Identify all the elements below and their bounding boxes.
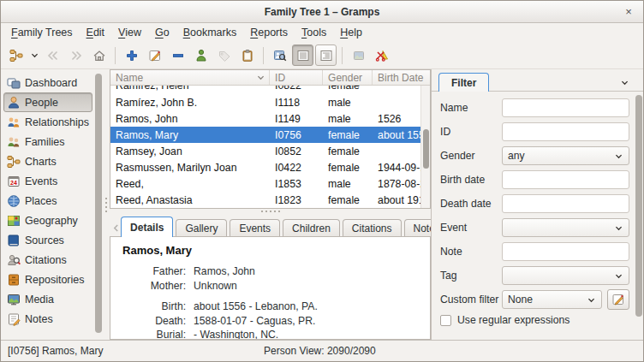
dashboard-icon <box>7 76 21 90</box>
sidebar-item-repositories[interactable]: Repositories <box>3 270 92 289</box>
remove-button[interactable] <box>167 45 188 66</box>
toolbar <box>1 42 643 69</box>
add-button[interactable] <box>121 45 142 66</box>
tabs-scroll-left[interactable] <box>111 219 121 236</box>
sidebar-item-places[interactable]: Places <box>3 191 92 211</box>
tab-children[interactable]: Children <box>283 219 340 236</box>
sidebar-scrollbar[interactable] <box>95 71 102 338</box>
detail-row-mother: Mother: Unknown <box>122 279 423 294</box>
menu-bookmarks[interactable]: Bookmarks <box>176 25 244 40</box>
table-scrollbar[interactable] <box>420 86 430 208</box>
clipboard-button[interactable] <box>236 45 258 66</box>
table-row[interactable]: Reed, I1853 male 1878-08-25 <box>110 175 420 192</box>
sidebar-item-relationships[interactable]: Relationships <box>3 112 92 132</box>
chevron-down-icon <box>614 223 623 233</box>
titlebar[interactable]: Family Tree 1 – Gramps × <box>1 1 643 23</box>
filter-sidebar: Filter Name ID Gender any <box>431 69 643 340</box>
tab-gallery[interactable]: Gallery <box>176 219 227 236</box>
filter-tabrow: Filter <box>432 69 643 91</box>
forward-button[interactable] <box>65 45 86 66</box>
filter-row-death-date: Death date <box>440 194 629 213</box>
sidebar-item-dashboard[interactable]: Dashboard <box>3 73 92 92</box>
table-row[interactable]: Reed, Anastasia I1823 female about 1914 <box>110 192 420 208</box>
table-row-selected[interactable]: Ramos, Mary I0756 female about 1556 <box>110 127 420 143</box>
list-view-toggle[interactable] <box>292 45 313 66</box>
filter-tab[interactable]: Filter <box>438 73 489 92</box>
filter-scrollbar-thumb[interactable] <box>635 95 642 317</box>
menu-tools[interactable]: Tools <box>295 25 333 40</box>
chevron-down-icon <box>614 271 623 281</box>
filter-collapse-button[interactable] <box>620 78 629 87</box>
details-tabs: Details Gallery Events Children Citation… <box>110 214 431 236</box>
family-tree-button[interactable] <box>5 45 27 66</box>
table-row[interactable]: Ramos, John I1149 male 1526 <box>110 110 420 127</box>
merge-button[interactable] <box>190 45 212 66</box>
menu-view[interactable]: View <box>111 25 148 40</box>
sidebar-scrollbar-thumb[interactable] <box>95 74 102 333</box>
menu-edit[interactable]: Edit <box>80 25 112 40</box>
column-header-name[interactable]: Name <box>110 70 270 85</box>
regex-checkbox[interactable] <box>440 315 451 326</box>
gender-filter-select[interactable]: any <box>502 146 629 165</box>
gramps-window: Family Tree 1 – Gramps × Family Trees Ed… <box>0 0 644 362</box>
media-button[interactable] <box>348 45 369 66</box>
tree-view-toggle[interactable] <box>315 45 337 66</box>
sidebar-item-citations[interactable]: Citations <box>3 250 92 270</box>
sort-chevron-icon <box>256 73 265 82</box>
id-filter-input[interactable] <box>502 122 629 141</box>
details-panel: Ramos, Mary Father: Ramos, John Mother: … <box>110 236 431 340</box>
table-row[interactable]: Ramsey, Joan I0852 female <box>110 143 420 159</box>
table-row-clipped[interactable]: Ramírez, Helen I0822 female <box>110 86 420 94</box>
death-date-filter-input[interactable] <box>502 194 629 213</box>
family-tree-dropdown[interactable] <box>28 45 40 66</box>
svg-text:24: 24 <box>10 179 17 185</box>
sidebar-item-notes[interactable]: Notes <box>3 309 92 329</box>
menu-help[interactable]: Help <box>333 25 369 40</box>
custom-filter-edit-button[interactable] <box>607 289 629 310</box>
menu-family-trees[interactable]: Family Trees <box>4 25 80 40</box>
menu-go[interactable]: Go <box>148 25 176 40</box>
view-count-status: Person View: 2090/2090 <box>264 345 376 357</box>
column-header-gender[interactable]: Gender <box>323 70 373 85</box>
sidebar-item-events[interactable]: 24 Events <box>3 171 92 191</box>
tag-button[interactable] <box>213 45 235 66</box>
column-header-id[interactable]: ID <box>270 70 323 85</box>
back-button[interactable] <box>42 45 63 66</box>
person-search-button[interactable] <box>269 45 290 66</box>
sidebar-item-geography[interactable]: Geography <box>3 211 92 230</box>
sidebar-splitter[interactable] <box>103 69 110 340</box>
detail-row-burial: Burial: - Washington, NC. <box>122 328 423 340</box>
name-filter-input[interactable] <box>502 98 629 117</box>
people-view: Name ID Gender Birth Date Ramírez, Helen… <box>110 69 431 340</box>
custom-filter-select[interactable]: None <box>502 290 602 309</box>
close-button[interactable]: × <box>622 4 635 18</box>
sidebar-item-charts[interactable]: Charts <box>3 151 92 171</box>
note-filter-input[interactable] <box>502 242 629 261</box>
edit-button[interactable] <box>144 45 165 66</box>
person-icon <box>7 96 21 110</box>
birth-date-filter-input[interactable] <box>502 170 629 189</box>
scissors-button[interactable] <box>371 45 392 66</box>
tab-events[interactable]: Events <box>230 219 280 236</box>
notepad-icon <box>7 312 21 326</box>
sidebar-item-sources[interactable]: Sources <box>3 230 92 250</box>
sidebar-item-people[interactable]: People <box>3 92 92 112</box>
book-icon <box>7 234 21 247</box>
table-row[interactable]: Rasmussen, Marilyn Joan I0422 female 194… <box>110 159 420 175</box>
table-scrollbar-thumb[interactable] <box>423 129 429 169</box>
home-button[interactable] <box>88 45 110 66</box>
sidebar-item-families[interactable]: Families <box>3 132 92 151</box>
sidebar-item-media[interactable]: Media <box>3 289 92 309</box>
chevron-down-icon <box>620 78 629 87</box>
toolbar-separator <box>342 47 343 64</box>
column-header-birth-date[interactable]: Birth Date <box>373 70 430 85</box>
edit-pencil-icon <box>148 49 162 62</box>
filter-scrollbar[interactable] <box>635 95 642 336</box>
tab-details[interactable]: Details <box>121 217 173 237</box>
table-row[interactable]: Ramírez, John B. I1118 male <box>110 94 420 110</box>
tag-filter-select[interactable] <box>502 266 629 285</box>
window-title: Family Tree 1 – Gramps <box>265 6 380 18</box>
menu-reports[interactable]: Reports <box>243 25 295 40</box>
event-filter-select[interactable] <box>502 218 629 237</box>
tab-citations[interactable]: Citations <box>343 219 402 236</box>
